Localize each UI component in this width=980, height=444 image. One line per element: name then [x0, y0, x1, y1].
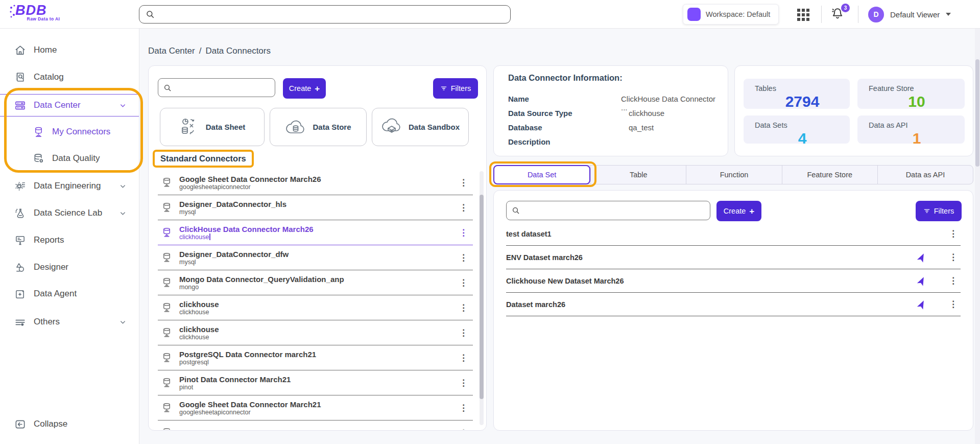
datasets-search-input[interactable] [524, 207, 710, 215]
connector-name: Designer_DataConnector_dfw [179, 250, 289, 259]
data-sandbox-card[interactable]: Data Sandbox [372, 108, 469, 146]
datasets-filters-button[interactable]: Filters [916, 201, 962, 221]
sidebar-item-others[interactable]: Others [0, 311, 139, 333]
info-title: Data Connector Information: [508, 73, 623, 83]
sidebar-collapse-button[interactable]: Collapse [0, 413, 139, 435]
kebab-menu-icon[interactable]: ⋮ [456, 227, 471, 238]
global-search-input[interactable] [159, 10, 510, 18]
chevron-down-icon [119, 102, 127, 109]
connector-type: clickhouse [179, 334, 209, 341]
stat-feature-store: Feature Store 10 [857, 79, 965, 109]
sidebar-item-data-quality[interactable]: Data Quality [0, 147, 139, 170]
info-field-description: Description [508, 137, 718, 149]
user-menu[interactable]: D Default Viewer [868, 5, 951, 24]
dataset-name: Clickhouse New Dataset March26 [506, 277, 624, 285]
breadcrumb: Data Center / Data Connectors [148, 46, 271, 56]
connector-name: ClickHouse Data Connector March 20 [179, 429, 316, 430]
publish-send-icon[interactable] [916, 252, 927, 263]
kebab-menu-icon[interactable]: ⋮ [456, 428, 471, 430]
kebab-menu-icon[interactable]: ⋮ [456, 277, 471, 288]
connector-name: Pinot Data Connector March21 [179, 375, 291, 384]
workspace-selector[interactable]: Workspace: Default [683, 4, 779, 25]
data-sheet-card[interactable]: Data Sheet [160, 108, 265, 146]
standard-connectors-annotation: Standard Connectors [153, 150, 254, 168]
create-dataset-button[interactable]: Create+ [716, 201, 761, 221]
tab-data-set[interactable]: Data Set [493, 165, 590, 184]
kebab-menu-icon[interactable]: ⋮ [946, 299, 961, 310]
connectors-scrollbar-thumb[interactable] [480, 195, 484, 399]
info-field-name: Name ClickHouse Data Connector ... [508, 95, 718, 106]
connectors-filters-button[interactable]: Filters [433, 78, 478, 99]
sidebar-item-reports[interactable]: Reports [0, 229, 139, 251]
connectors-search-input[interactable] [176, 84, 275, 91]
sidebar-item-my-connectors[interactable]: My Connectors [0, 121, 139, 143]
kebab-menu-icon[interactable]: ⋮ [456, 353, 471, 363]
connector-row[interactable]: Pinot Data Connector March21pinot ⋮ [158, 370, 473, 395]
page-scrollbar-thumb[interactable] [975, 59, 979, 167]
data-science-icon [14, 207, 26, 219]
logo-text: BDB [15, 3, 71, 17]
kebab-menu-icon[interactable]: ⋮ [946, 252, 961, 263]
global-search[interactable] [139, 5, 511, 24]
connector-row[interactable]: Designer_DataConnector_dfwmysql ⋮ [158, 245, 473, 270]
breadcrumb-data-center[interactable]: Data Center [148, 46, 195, 56]
kebab-menu-icon[interactable]: ⋮ [456, 403, 471, 413]
designer-icon [14, 262, 26, 273]
sidebar-item-data-engineering[interactable]: Data Engineering [0, 175, 139, 197]
database-icon [161, 327, 173, 339]
sidebar-item-home[interactable]: Home [0, 39, 139, 61]
kebab-menu-icon[interactable]: ⋮ [456, 202, 471, 213]
tab-feature-store[interactable]: Feature Store [782, 166, 877, 184]
dataset-row[interactable]: Clickhouse New Dataset March26 ⋮ [506, 269, 961, 293]
datasets-search[interactable] [506, 201, 710, 220]
kebab-menu-icon[interactable]: ⋮ [456, 252, 471, 263]
tab-table[interactable]: Table [590, 166, 686, 184]
apps-grid-icon[interactable] [796, 7, 811, 22]
sidebar: Home Catalog Data Center My Connectors D… [0, 29, 139, 444]
connector-row[interactable]: Google Sheet Data Connector March26googl… [158, 170, 473, 195]
kebab-menu-icon[interactable]: ⋮ [456, 378, 471, 388]
connector-row[interactable]: Designer_DataConnector_hlsmysql ⋮ [158, 195, 473, 220]
stat-label: Feature Store [869, 84, 965, 92]
connector-row[interactable]: clickhouseclickhouse ⋮ [158, 320, 473, 345]
publish-send-icon[interactable] [916, 299, 927, 310]
dataset-row[interactable]: ENV Dataset march26 ⋮ [506, 246, 961, 269]
create-connector-button[interactable]: Create+ [283, 78, 326, 99]
connector-row-selected[interactable]: ClickHouse Data Connector March26clickho… [158, 220, 473, 245]
connector-row[interactable]: Google Sheet Data Connector March21googl… [158, 395, 473, 420]
database-icon [161, 277, 173, 289]
detail-tabs: Data Set Table Function Feature Store Da… [493, 165, 973, 184]
dataset-row[interactable]: Dataset march26 ⋮ [506, 293, 961, 316]
sidebar-item-data-center[interactable]: Data Center [0, 94, 139, 116]
sidebar-item-catalog[interactable]: Catalog [0, 66, 139, 88]
field-value: clickhouse [629, 109, 664, 120]
connectors-scrollbar [480, 171, 484, 425]
kebab-menu-icon[interactable]: ⋮ [946, 228, 961, 239]
data-store-card[interactable]: Data Store [270, 108, 367, 146]
publish-send-icon[interactable] [916, 275, 927, 287]
dataset-row[interactable]: test dataset1 ⋮ [506, 222, 961, 246]
sidebar-item-data-science-lab[interactable]: Data Science Lab [0, 202, 139, 224]
connector-row[interactable]: clickhouseclickhouse ⋮ [158, 295, 473, 320]
sidebar-item-designer[interactable]: Designer [0, 256, 139, 278]
breadcrumb-data-connectors[interactable]: Data Connectors [205, 46, 271, 56]
sidebar-item-data-agent[interactable]: Data Agent [0, 283, 139, 305]
connector-row[interactable]: ClickHouse Data Connector March 20 ⋮ [158, 420, 473, 430]
connector-row[interactable]: PostgreSQL Data Connector march21postgre… [158, 345, 473, 370]
kebab-menu-icon[interactable]: ⋮ [456, 328, 471, 338]
connector-row[interactable]: Mongo Data Connector_QueryValidation_anp… [158, 270, 473, 295]
connectors-search[interactable] [158, 78, 275, 97]
tab-data-as-api[interactable]: Data as API [877, 166, 973, 184]
bdb-logo[interactable]: BDB Raw Data to AI [15, 3, 71, 21]
kebab-menu-icon[interactable]: ⋮ [456, 302, 471, 313]
tab-function[interactable]: Function [686, 166, 781, 184]
chevron-down-icon [946, 13, 951, 16]
kebab-menu-icon[interactable]: ⋮ [946, 275, 961, 286]
dataset-name: Dataset march26 [506, 300, 565, 309]
connector-name: Designer_DataConnector_hls [179, 200, 286, 208]
notifications-bell-icon[interactable]: 3 [830, 6, 848, 24]
collapse-arrow-icon [14, 418, 26, 430]
stat-value: 2794 [755, 93, 850, 110]
kebab-menu-icon[interactable]: ⋮ [456, 177, 471, 188]
filter-icon [923, 207, 930, 215]
